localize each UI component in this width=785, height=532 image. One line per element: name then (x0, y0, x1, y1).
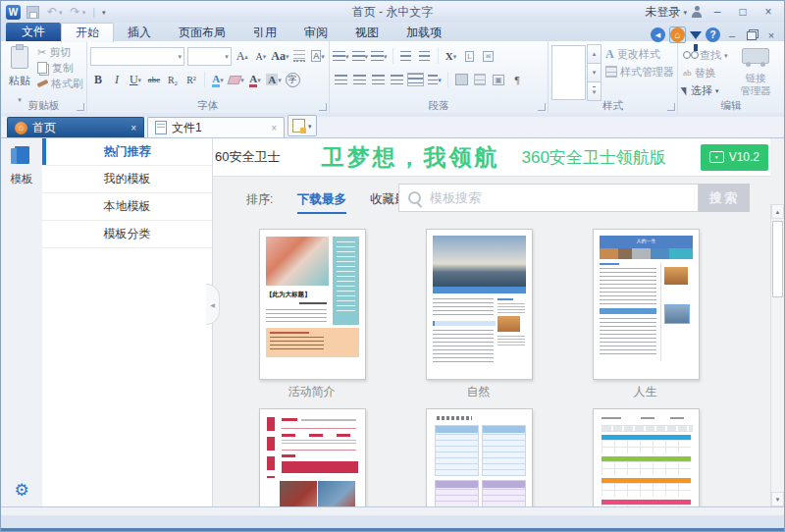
shrink-font-button[interactable]: A▾ (253, 48, 269, 64)
clear-format-button[interactable]: ▾ (229, 72, 244, 87)
template-thumb-life[interactable]: 人的一生 (593, 229, 700, 380)
search-button[interactable]: 搜索 (699, 184, 750, 212)
close-icon[interactable]: × (131, 123, 136, 133)
scroll-down-button[interactable]: ▼ (771, 492, 784, 506)
asian-layout-button[interactable]: X▾ (444, 48, 459, 64)
download-version-button[interactable]: ▼ V10.2 (701, 144, 768, 171)
tab-home[interactable]: 开始 (61, 23, 114, 42)
login-button[interactable]: 未登录 ▾ (645, 4, 687, 21)
line-spacing-button[interactable]: ▾ (427, 72, 443, 87)
link-manager-button[interactable]: 链接管理器 (732, 46, 779, 101)
strikethrough-button[interactable]: abc (146, 72, 162, 87)
tab-view[interactable]: 视图 (341, 24, 392, 41)
template-thumb-red[interactable] (259, 408, 366, 506)
sidebar-item-templates[interactable]: 模板 (1, 146, 42, 186)
new-document-button[interactable]: ▾ (288, 115, 317, 136)
minimize-button[interactable]: – (706, 4, 728, 20)
decrease-indent-button[interactable] (398, 48, 414, 64)
justify-button[interactable] (389, 72, 404, 87)
scrollbar-thumb[interactable] (772, 221, 783, 297)
close-button[interactable]: × (758, 4, 779, 20)
copy-button[interactable]: 复制 (37, 60, 83, 76)
format-painter-button[interactable]: 格式刷 (37, 76, 83, 91)
gallery-more-button[interactable]: ▾ (587, 81, 602, 101)
dialog-launcher-icon[interactable] (538, 103, 546, 111)
distribute-button[interactable] (407, 72, 424, 87)
help-button[interactable]: ? (706, 27, 720, 42)
text-direction-button[interactable]: L (462, 48, 478, 64)
tab-insert[interactable]: 插入 (114, 24, 165, 41)
dialog-launcher-icon[interactable] (77, 103, 84, 111)
superscript-button[interactable]: R² (183, 72, 199, 87)
gallery-up-button[interactable]: ▴ (587, 44, 602, 64)
style-gallery[interactable] (551, 45, 586, 100)
close-icon[interactable]: × (271, 123, 277, 133)
align-center-button[interactable] (351, 72, 367, 87)
yozo-logo-icon[interactable] (690, 31, 702, 39)
home-button[interactable]: ⌂ (669, 27, 686, 43)
change-case-button[interactable]: Aa▾ (272, 48, 288, 64)
tab-review[interactable]: 审阅 (290, 24, 341, 41)
two-lines-one-button[interactable]: ≌ (481, 48, 497, 64)
template-thumb-schedule-1[interactable] (426, 408, 533, 506)
template-thumb-schedule-2[interactable] (593, 408, 700, 506)
shading-button[interactable] (453, 72, 469, 87)
gallery-down-button[interactable]: ▾ (587, 63, 602, 82)
app-icon[interactable]: W (6, 5, 21, 20)
doc-tab-home[interactable]: ⌂ 首页 × (7, 117, 144, 137)
tab-page-layout[interactable]: 页面布局 (165, 24, 239, 41)
settings-button[interactable]: ⚙ (1, 480, 42, 501)
tab-references[interactable]: 引用 (239, 24, 290, 41)
maximize-button[interactable]: □ (732, 4, 754, 20)
undo-button[interactable]: ↶▾ (45, 5, 65, 19)
font-size-select[interactable]: ▾ (187, 47, 232, 66)
ribbon-minimize-button[interactable]: – (724, 29, 740, 41)
scrollbar[interactable]: ▲ ▼ (770, 204, 784, 506)
font-color-button[interactable]: A▾ (247, 72, 263, 87)
scroll-up-button[interactable]: ▲ (771, 204, 784, 219)
align-left-button[interactable] (333, 72, 348, 87)
font-name-select[interactable]: ▾ (90, 47, 184, 66)
redo-button[interactable]: ↷▾ (69, 5, 88, 19)
back-button[interactable]: ◀ (651, 27, 665, 42)
dialog-launcher-icon[interactable] (667, 103, 675, 111)
tab-addins[interactable]: 加载项 (392, 24, 455, 41)
style-manager-button[interactable]: 样式管理器 (605, 63, 674, 80)
char-shading-button[interactable]: A▾ (266, 72, 282, 87)
italic-button[interactable]: I (109, 72, 125, 87)
bullet-list-button[interactable]: ▾ (333, 48, 349, 64)
grow-font-button[interactable]: A▴ (235, 48, 250, 64)
file-menu-button[interactable]: 文件 (6, 23, 61, 41)
align-right-button[interactable] (370, 72, 386, 87)
category-hot[interactable]: 热门推荐 (42, 138, 212, 166)
dialog-launcher-icon[interactable] (319, 103, 327, 111)
template-thumb-activity[interactable]: 【此为大标题】 (259, 229, 366, 380)
ad-banner[interactable]: 60安全卫士 卫梦想，我领航 360安全卫士领航版 ▼ V10.2 (213, 138, 770, 177)
category-template-types[interactable]: 模板分类 (42, 221, 212, 248)
underline-button[interactable]: U▾ (128, 72, 143, 87)
template-thumb-nature[interactable] (426, 229, 533, 380)
enclose-char-button[interactable]: 字 (285, 72, 300, 87)
change-style-button[interactable]: A更改样式 (605, 45, 674, 63)
category-my-templates[interactable]: 我的模板 (42, 166, 212, 193)
show-marks-button[interactable]: ¶ (509, 72, 525, 87)
search-input[interactable] (428, 189, 698, 206)
numbered-list-button[interactable]: ▾ (352, 48, 369, 64)
paste-button[interactable]: 粘贴 ▾ (4, 44, 35, 95)
document-close-button[interactable]: × (763, 29, 779, 41)
restore-button[interactable] (744, 28, 759, 42)
save-button[interactable] (25, 5, 41, 20)
char-border-button[interactable]: A▾ (310, 48, 326, 64)
highlight-color-button[interactable]: A▾ (210, 72, 226, 87)
category-local-templates[interactable]: 本地模板 (42, 193, 212, 221)
subscript-button[interactable]: R₂ (165, 72, 181, 87)
multilevel-list-button[interactable]: ▾ (371, 48, 388, 64)
phonetic-guide-button[interactable] (291, 48, 307, 64)
sort-most-downloaded[interactable]: 下载最多 (297, 191, 346, 214)
borders-button[interactable] (472, 72, 488, 87)
page-setup-button[interactable]: ▣ (491, 72, 506, 87)
doc-tab-file1[interactable]: 文件1 × (147, 117, 285, 137)
cut-button[interactable]: ✂剪切 (37, 44, 83, 60)
bold-button[interactable]: B (90, 72, 106, 87)
increase-indent-button[interactable] (417, 48, 433, 64)
